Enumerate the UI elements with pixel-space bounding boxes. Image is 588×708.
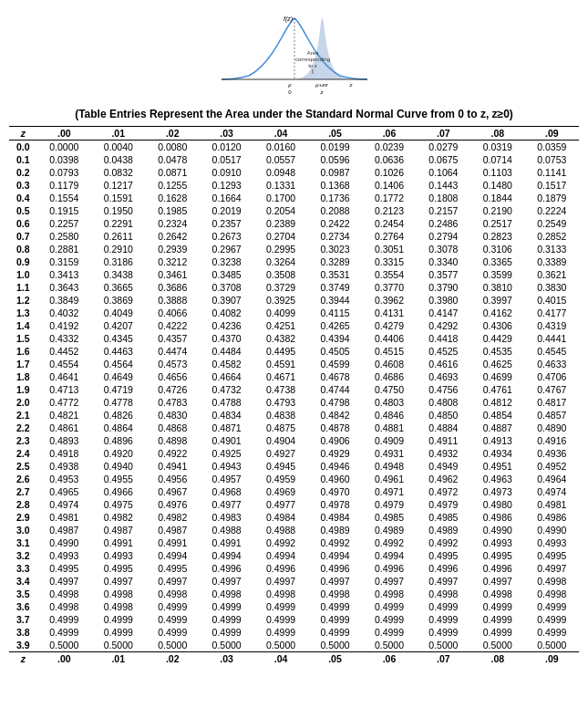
cell-value: 0.4993 [37,549,91,562]
cell-value: 0.4994 [362,549,416,562]
cell-value: 0.4452 [37,345,91,358]
table-row: 2.40.49180.49200.49220.49250.49270.49290… [9,447,579,460]
cell-value: 0.2257 [37,217,91,230]
cell-value: 0.1368 [308,179,362,192]
table-row: 0.60.22570.22910.23240.23570.23890.24220… [9,217,579,230]
cell-value: 0.3051 [362,243,416,255]
cell-value: 0.0675 [417,153,470,166]
cell-value: 0.3508 [253,268,307,281]
cell-value: 0.4857 [525,409,579,422]
table-body: 0.00.00000.00400.00800.01200.01600.01990… [9,141,579,666]
cell-value: 0.4965 [37,485,91,498]
z-table: z .00 .01 .02 .03 .04 .05 .06 .07 .08 .0… [9,126,579,665]
cell-value: 0.4999 [362,613,416,626]
cell-value: 0.4995 [417,549,470,562]
cell-value: 0.1554 [37,192,91,204]
cell-value: 0.4788 [200,396,253,409]
cell-value: 0.4251 [253,319,307,332]
cell-value: 0.4977 [253,498,307,511]
cell-value: 0.4066 [145,307,199,319]
cell-value: 0.4890 [525,422,579,434]
cell-value: 0.2123 [362,204,416,217]
cell-value: 0.4641 [37,370,91,383]
cell-value: 0.4032 [37,307,91,319]
cell-value: 0.4999 [362,600,416,613]
table-row: 3.90.50000.50000.50000.50000.50000.50000… [9,639,579,652]
cell-value: 0.4793 [253,396,307,409]
cell-value: 0.4996 [362,562,416,575]
cell-value: 0.4997 [200,575,253,588]
cell-value: 0.4357 [145,332,199,345]
cell-value: 0.4940 [91,460,145,473]
cell-value: 0.4441 [525,332,579,345]
cell-value: 0.4505 [308,345,362,358]
cell-value: 0.4177 [525,307,579,319]
table-row: 3.10.49900.49910.49910.49910.49920.49920… [9,536,579,549]
table-row: 2.60.49530.49550.49560.49570.49590.49600… [9,473,579,485]
cell-value: 0.4932 [417,447,470,460]
normal-curve-svg: f(z) Area corresponding to z μ μ+zσ z 0 … [212,9,377,100]
cell-value: 0.2549 [525,217,579,230]
cell-value: 0.4988 [253,524,307,536]
cell-value: 0.1985 [145,204,199,217]
cell-value: 0.1443 [417,179,470,192]
cell-value: 0.3485 [200,268,253,281]
cell-value: 0.4961 [362,473,416,485]
cell-value: 0.4913 [470,434,524,447]
cell-value: 0.4999 [253,600,307,613]
cell-value: 0.4975 [91,498,145,511]
cell-value: 0.5000 [362,639,416,652]
cell-value: 0.4977 [200,498,253,511]
col-header-z: z [9,127,37,141]
cell-value: 0.4991 [200,536,253,549]
cell-value: 0.4953 [37,473,91,485]
cell-value: 0.4949 [417,460,470,473]
col-header-01: .01 [91,127,145,141]
table-row: 3.20.49930.49930.49940.49940.49940.49940… [9,549,579,562]
cell-value: 0.2939 [145,243,199,255]
row-z-value: 3.9 [9,639,37,652]
cell-value: 0.4945 [253,460,307,473]
cell-value: 0.2764 [362,230,416,243]
cell-value: 0.4994 [200,549,253,562]
cell-value: 0.4911 [417,434,470,447]
row-z-value: 0.1 [9,153,37,166]
cell-value: 0.0753 [525,153,579,166]
cell-value: 0.4861 [37,422,91,434]
fz-label: f(z) [284,16,293,23]
cell-value: 0.4943 [200,460,253,473]
cell-value: 0.4999 [200,626,253,639]
cell-value: 0.4986 [525,511,579,524]
cell-value: 0.4998 [470,588,524,600]
table-row: 1.80.46410.46490.46560.46640.46710.46780… [9,370,579,383]
cell-value: 0.1700 [253,192,307,204]
cell-value: 0.4999 [308,626,362,639]
cell-value: 0.1950 [91,204,145,217]
cell-value: 0.0160 [253,141,307,154]
row-z-value: 1.0 [9,268,37,281]
cell-value: 0.4989 [308,524,362,536]
cell-value: 0.2794 [417,230,470,243]
cell-value: 0.4963 [470,473,524,485]
cell-value: 0.4982 [145,511,199,524]
cell-value: 0.1664 [200,192,253,204]
cell-value: 0.2852 [525,230,579,243]
cell-value: 0.4981 [37,511,91,524]
cell-value: 0.4726 [145,383,199,396]
footer-col: .08 [470,652,524,666]
cell-value: 0.4927 [253,447,307,460]
col-header-07: .07 [417,127,470,141]
cell-value: 0.4997 [525,562,579,575]
cell-value: 0.2088 [308,204,362,217]
cell-value: 0.4881 [362,422,416,434]
cell-value: 0.4884 [417,422,470,434]
cell-value: 0.4998 [362,588,416,600]
cell-value: 0.3980 [417,294,470,307]
cell-value: 0.4974 [525,485,579,498]
cell-value: 0.3686 [145,281,199,294]
cell-value: 0.4998 [417,588,470,600]
cell-value: 0.2190 [470,204,524,217]
cell-value: 0.4999 [417,613,470,626]
table-row: 2.00.47720.47780.47830.47880.47930.47980… [9,396,579,409]
cell-value: 0.4535 [470,345,524,358]
